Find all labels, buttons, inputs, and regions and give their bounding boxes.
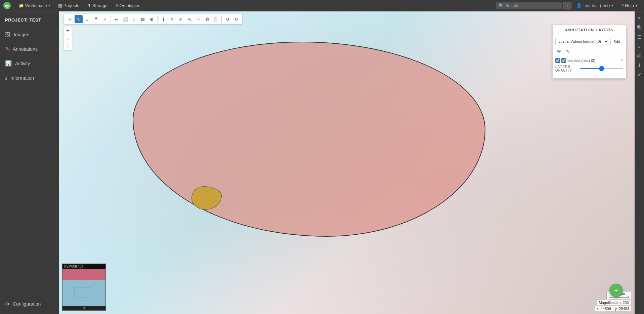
sidebar-item-annotations[interactable]: ✎ Annotations bbox=[0, 42, 59, 56]
logo[interactable]: cy bbox=[3, 2, 11, 9]
zoom-in-button[interactable]: + bbox=[64, 27, 72, 35]
nav-add-button[interactable]: + bbox=[563, 2, 571, 9]
tb-circle-button[interactable]: ○ bbox=[130, 15, 138, 23]
toolbar-divider-2 bbox=[157, 16, 158, 23]
sidebar-item-configuration[interactable]: ⚙ Configuration bbox=[0, 297, 59, 311]
information-icon: ℹ bbox=[5, 75, 7, 81]
top-nav: cy 📁 Workspace ▾ ▦ Projects ⬆ Storage # … bbox=[0, 0, 644, 11]
project-title: PROJECT: TEST bbox=[0, 15, 59, 28]
tb-add-button[interactable]: + bbox=[66, 15, 74, 23]
viewer-toolbar: + ↖ # 📍 − ↩ ⬜ ○ ⊠ ⊕ ℹ ✎ ✐ ∿ → ⧉ 📋 ↺ bbox=[64, 14, 242, 24]
toolbar-divider-1 bbox=[111, 16, 111, 23]
nav-user-menu[interactable]: 👤 test test (test) ▾ bbox=[573, 2, 617, 10]
left-sidebar: PROJECT: TEST 🖼 Images ✎ Annotations 📊 A… bbox=[0, 11, 59, 314]
right-icon-close[interactable]: ✕ bbox=[635, 14, 643, 22]
images-icon: 🖼 bbox=[5, 32, 10, 38]
viewer-area[interactable]: + ↖ # 📍 − ↩ ⬜ ○ ⊠ ⊕ ℹ ✎ ✐ ∿ → ⧉ 📋 ↺ bbox=[59, 11, 635, 314]
layer-visible-checkbox[interactable] bbox=[555, 58, 560, 63]
tb-edit2-button[interactable]: ✐ bbox=[177, 15, 185, 23]
tb-undo-arrow-button[interactable]: ↩ bbox=[113, 15, 121, 23]
search-icon: 🔍 bbox=[499, 3, 504, 8]
magnification-label: Magnification: 20X bbox=[597, 300, 632, 305]
configuration-icon: ⚙ bbox=[5, 301, 9, 307]
annotation-layers-title: ANNOTATION LAYERS bbox=[553, 25, 626, 35]
up-arrow-control: ↑ bbox=[64, 42, 72, 50]
right-icon-search-zoom[interactable]: 🔍 bbox=[635, 24, 643, 32]
tb-adjust-button[interactable]: ⊕ bbox=[147, 15, 156, 23]
activity-icon: 📊 bbox=[5, 60, 12, 67]
projects-icon: ▦ bbox=[58, 3, 62, 8]
workspace-icon: 📁 bbox=[19, 3, 24, 8]
zoom-controls: + − bbox=[64, 27, 72, 43]
right-icon-hashtag[interactable]: # bbox=[635, 42, 643, 50]
tb-rect-button[interactable]: ⬜ bbox=[121, 15, 129, 23]
layer-edit-checkbox[interactable] bbox=[561, 58, 566, 63]
nav-workspace[interactable]: 📁 Workspace ▾ bbox=[15, 2, 53, 9]
sidebar-item-images[interactable]: 🖼 Images bbox=[0, 28, 59, 42]
opacity-label: LAYERS OPACITY bbox=[555, 65, 578, 72]
tb-path-button[interactable]: ∿ bbox=[185, 15, 194, 23]
viewer-background: + ↖ # 📍 − ↩ ⬜ ○ ⊠ ⊕ ℹ ✎ ✐ ∿ → ⧉ 📋 ↺ bbox=[59, 11, 635, 314]
coordinates-label: x: 44809 y: 20493 bbox=[595, 306, 631, 311]
annotation-layer-dropdown[interactable]: Just an Admin (admin) (0) bbox=[555, 38, 609, 45]
layer-name-label: test test (test) (2) bbox=[567, 58, 619, 63]
logo-icon: cy bbox=[3, 2, 11, 9]
sidebar-item-information[interactable]: ℹ Information bbox=[0, 71, 59, 85]
eye-icon[interactable]: 👁 bbox=[555, 48, 563, 55]
mini-map-viewport-box bbox=[74, 287, 91, 298]
fab-button[interactable]: + bbox=[609, 284, 623, 297]
tb-undo-button[interactable]: ↺ bbox=[223, 15, 231, 23]
right-icon-download[interactable]: ⬇ bbox=[635, 61, 643, 69]
nav-projects[interactable]: ▦ Projects bbox=[55, 2, 83, 9]
user-icon: 👤 bbox=[576, 3, 582, 8]
right-icon-layers[interactable]: ☰ bbox=[635, 33, 643, 41]
annotations-icon: ✎ bbox=[5, 46, 9, 52]
annotation-add-layer-button[interactable]: Add bbox=[610, 38, 623, 45]
search-input[interactable] bbox=[505, 3, 559, 8]
main-area: PROJECT: TEST 🖼 Images ✎ Annotations 📊 A… bbox=[0, 11, 644, 314]
navigate-up-button[interactable]: ↑ bbox=[64, 42, 72, 50]
tb-pointer-button[interactable]: ↖ bbox=[75, 15, 83, 23]
storage-icon: ⬆ bbox=[87, 3, 91, 8]
tb-arrow-right-button[interactable]: → bbox=[194, 15, 202, 23]
nav-ontologies[interactable]: # Ontologies bbox=[112, 2, 143, 9]
mini-map-filename: HSM0087.tiff bbox=[62, 264, 105, 269]
tb-redo-button[interactable]: ↻ bbox=[232, 15, 240, 23]
ontologies-icon: # bbox=[116, 3, 118, 8]
right-sidebar: ✕ 🔍 ☰ # 🏷 ⬇ ✔ bbox=[635, 11, 644, 314]
tb-edit1-button[interactable]: ✎ bbox=[168, 15, 176, 23]
mini-map-collapse-button[interactable]: « bbox=[83, 306, 85, 310]
tb-hash-button[interactable]: # bbox=[83, 15, 91, 23]
mini-map-image bbox=[62, 269, 105, 306]
edit-pencil-icon[interactable]: ✎ bbox=[564, 48, 572, 55]
mini-map: HSM0087.tiff « bbox=[62, 264, 106, 311]
annotation-layers-panel: ANNOTATION LAYERS Just an Admin (admin) … bbox=[552, 25, 626, 79]
layer-close-button[interactable]: × bbox=[620, 58, 623, 63]
tb-copy-button[interactable]: ⧉ bbox=[203, 15, 211, 23]
sidebar-item-activity[interactable]: 📊 Activity bbox=[0, 56, 59, 71]
nav-storage[interactable]: ⬆ Storage bbox=[84, 2, 111, 9]
search-bar[interactable]: 🔍 bbox=[496, 2, 562, 9]
tb-info-button[interactable]: ℹ bbox=[159, 15, 167, 23]
opacity-slider[interactable] bbox=[580, 68, 623, 69]
right-icon-tag[interactable]: 🏷 bbox=[635, 52, 643, 60]
tb-minus-button[interactable]: − bbox=[101, 15, 109, 23]
toolbar-divider-3 bbox=[221, 16, 222, 23]
right-icon-check[interactable]: ✔ bbox=[635, 71, 643, 79]
tb-crop-button[interactable]: ⊠ bbox=[139, 15, 147, 23]
tb-location-button[interactable]: 📍 bbox=[92, 15, 100, 23]
nav-help-menu[interactable]: ? Help ▾ bbox=[618, 2, 641, 9]
tb-paste-button[interactable]: 📋 bbox=[212, 15, 220, 23]
